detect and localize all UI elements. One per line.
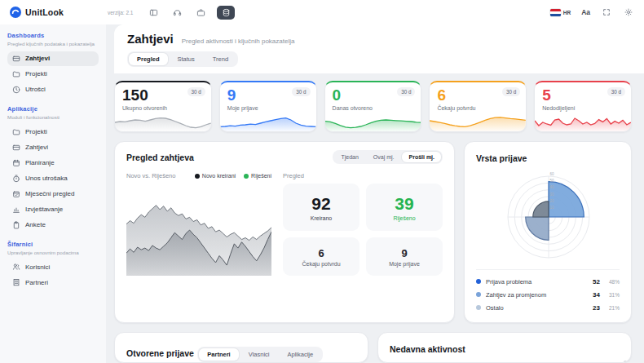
overview-card: Pregled zahtjeva Tjedan Ovaj mj. Prošli … xyxy=(114,141,455,323)
clock-icon xyxy=(12,86,20,94)
kpi-label: Čekaju potvrdu xyxy=(437,105,518,111)
kpi-label: Moje prijave xyxy=(227,105,309,111)
sidebar-item-ankete[interactable]: Ankete xyxy=(7,218,99,232)
tab-trend[interactable]: Trend xyxy=(205,53,236,65)
sparkline-chart xyxy=(220,112,316,131)
content: 150 Ukupno otvorenih 30 d 9 Moje prijave… xyxy=(106,73,644,363)
sidebar-item-planiranje[interactable]: Planiranje xyxy=(7,156,99,170)
section-subtitle: Moduli i funkcionalnosti xyxy=(7,114,99,121)
range-ovaj-mj-button[interactable]: Ovaj mj. xyxy=(367,152,401,162)
sparkline-chart xyxy=(535,112,631,131)
svg-text:40: 40 xyxy=(550,185,555,189)
open-reports-title: Otvorene prijave xyxy=(126,348,194,358)
tab-partneri[interactable]: Partneri xyxy=(199,348,238,361)
activity-item[interactable]: KR Kuhar Renato · Epsilon Manufacturing … xyxy=(390,356,620,363)
kpi-card-cekaju-potvrdu: 6 Čekaju potvrdu 30 d xyxy=(429,81,527,132)
stat-tile-cekaju-potvrdu: 6Čekaju potvrdu xyxy=(283,237,359,276)
calendar-icon xyxy=(12,159,20,167)
novo-vs-rijeseno-area-chart xyxy=(126,183,271,276)
theme-toggle-icon[interactable] xyxy=(623,6,634,20)
fullscreen-icon[interactable] xyxy=(601,6,612,20)
range-tjedan-button[interactable]: Tjedan xyxy=(334,152,364,162)
headset-icon[interactable] xyxy=(170,6,184,20)
tab-status[interactable]: Status xyxy=(170,53,203,65)
kpi-label: Ukupno otvorenih xyxy=(122,105,204,111)
report-type-legend: Prijava problema 52 48% Zahtjev za promj… xyxy=(476,269,620,314)
calendar-check-icon xyxy=(12,190,20,198)
sidebar-section-sifarnici: Šifarnici Upravljanje osnovnim podacima … xyxy=(7,241,99,290)
panel-toggle-icon[interactable] xyxy=(146,6,161,20)
kpi-card-nedodijeljeni: 5 Nedodijeljeni 30 d xyxy=(534,81,632,132)
users-icon xyxy=(12,263,20,271)
report-type-polar-chart: 102030405060 xyxy=(476,166,621,268)
sidebar-item-utrosci[interactable]: Utrošci xyxy=(7,82,99,97)
language-label: HR xyxy=(563,10,571,15)
sidebar-item-unos-utrosaka[interactable]: Unos utrošaka xyxy=(7,171,99,186)
report-type-title: Vrsta prijave xyxy=(476,153,527,163)
sidebar-section-aplikacije: Aplikacije Moduli i funkcionalnosti Proj… xyxy=(7,105,99,232)
svg-text:20: 20 xyxy=(550,199,555,203)
range-prosli-mj-button[interactable]: Prošli mj. xyxy=(402,152,441,162)
archive-icon[interactable] xyxy=(217,6,235,20)
sparkline-chart xyxy=(115,112,211,131)
stat-tile-rijeseno: 39Riješeno xyxy=(366,184,443,231)
app-title: UnitLook xyxy=(25,7,64,17)
section-title: Šifarnici xyxy=(7,241,99,248)
open-reports-card: Otvorene prijave Partneri Vlasnici Aplik… xyxy=(114,332,368,363)
topbar: UnitLook verzija: 2.1 HR Aa xyxy=(0,0,644,24)
brand[interactable]: UnitLook xyxy=(10,7,104,18)
kpi-row: 150 Ukupno otvorenih 30 d 9 Moje prijave… xyxy=(114,81,632,132)
unitlook-logo-icon xyxy=(10,7,21,18)
language-switcher[interactable]: HR xyxy=(550,9,571,16)
section-subtitle: Pregled ključnih podataka i pokazatelja xyxy=(7,41,99,47)
svg-text:50: 50 xyxy=(550,179,555,183)
stat-tile-kreirano: 92Kreirano xyxy=(283,184,359,231)
sidebar-item-korisnici[interactable]: Korisnici xyxy=(7,259,99,274)
sidebar-item-app-projekti[interactable]: Projekti xyxy=(7,125,99,139)
briefcase-icon[interactable] xyxy=(193,6,208,20)
sidebar-item-zahtjevi[interactable]: Zahtjevi xyxy=(7,51,99,66)
sidebar: Dashboards Pregled ključnih podataka i p… xyxy=(0,24,106,363)
sidebar-item-app-zahtjevi[interactable]: Zahtjevi xyxy=(7,140,99,155)
view-tabs: Pregled Status Trend xyxy=(127,51,238,67)
sidebar-item-projekti[interactable]: Projekti xyxy=(7,67,99,82)
kpi-period-badge: 30 d xyxy=(397,87,415,96)
font-size-toggle[interactable]: Aa xyxy=(581,8,590,16)
kpi-card-moje-prijave: 9 Moje prijave 30 d xyxy=(219,81,317,132)
section-title: Dashboards xyxy=(7,32,99,39)
kpi-label: Danas otvoreno xyxy=(333,105,414,111)
kpi-period-badge: 30 d xyxy=(187,87,205,96)
building-icon xyxy=(12,278,20,286)
legend-dot xyxy=(244,174,249,179)
tab-vlasnici[interactable]: Vlasnici xyxy=(240,348,278,361)
page-header: Zahtjevi Pregled aktivnosti i ključnih p… xyxy=(114,24,644,73)
legend-row-ostalo: Ostalo 23 21% xyxy=(476,301,620,314)
kpi-period-badge: 30 d xyxy=(502,87,520,96)
sidebar-item-izvjestavanje[interactable]: Izvještavanje xyxy=(7,202,99,217)
sidebar-item-mjesecni-pregled[interactable]: Mjesečni pregled xyxy=(7,187,99,201)
overview-stats-panel: Pregled 92Kreirano 39Riješeno 6Čekaju po… xyxy=(283,172,443,276)
version-label: verzija: 2.1 xyxy=(108,10,133,15)
topbar-right: HR Aa xyxy=(550,6,634,20)
tab-aplikacije[interactable]: Aplikacije xyxy=(280,348,322,361)
kpi-period-badge: 30 d xyxy=(292,87,310,96)
timer-icon xyxy=(12,175,20,183)
ticket-icon xyxy=(12,144,20,152)
sparkline-chart xyxy=(325,112,421,131)
folder-icon xyxy=(12,70,20,78)
overview-title: Pregled zahtjeva xyxy=(126,153,194,162)
sidebar-item-partneri[interactable]: Partneri xyxy=(7,275,99,290)
recent-activity-card: Nedavna aktivnost KR Kuhar Renato · Epsi… xyxy=(377,332,632,363)
section-title: Aplikacije xyxy=(7,105,99,113)
kpi-period-badge: 30 d xyxy=(607,87,625,96)
open-reports-tabs: Partneri Vlasnici Aplikacije xyxy=(197,347,323,362)
tab-pregled[interactable]: Pregled xyxy=(129,53,168,65)
legend-dot xyxy=(476,279,481,284)
page-subtitle: Pregled aktivnosti i ključnih pokazatelj… xyxy=(182,38,295,45)
recent-activity-title: Nedavna aktivnost xyxy=(390,344,465,354)
svg-text:30: 30 xyxy=(550,193,555,197)
legend-dot xyxy=(476,292,481,297)
topbar-icons xyxy=(146,6,235,20)
sidebar-section-dashboards: Dashboards Pregled ključnih podataka i p… xyxy=(7,32,99,97)
stats-label: Pregled xyxy=(283,172,443,179)
